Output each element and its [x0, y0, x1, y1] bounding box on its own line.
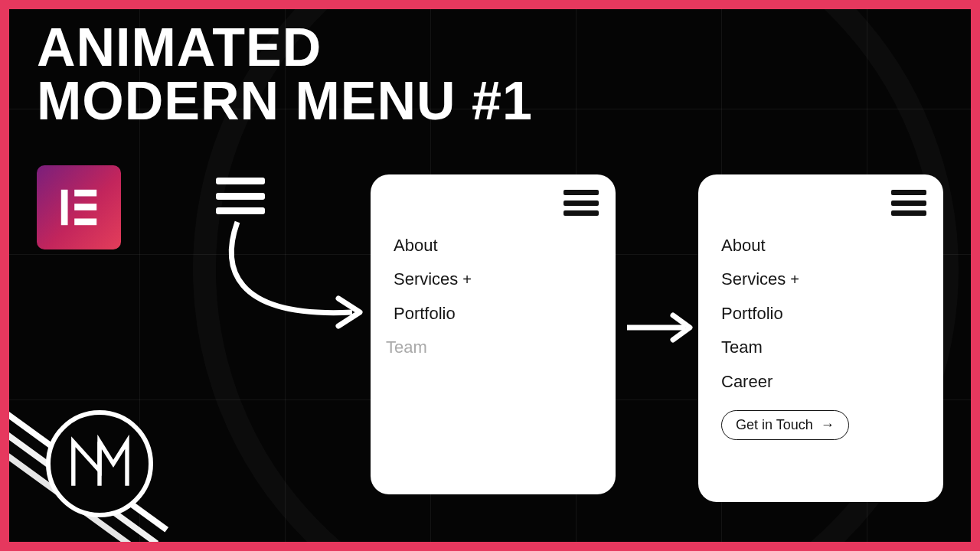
menu-card-full: About Services+ Portfolio Team Career Ge… — [698, 174, 943, 502]
get-in-touch-button[interactable]: Get in Touch → — [721, 410, 849, 440]
title-line-1: ANIMATED — [37, 21, 533, 74]
title: ANIMATED MODERN MENU #1 — [37, 21, 533, 128]
hamburger-icon[interactable] — [891, 190, 926, 216]
menu-item-services[interactable]: Services+ — [721, 269, 926, 289]
menu-list: About Services+ Portfolio Team — [394, 236, 599, 358]
menu-item-services[interactable]: Services+ — [394, 269, 599, 289]
menu-item-label: Services — [721, 269, 786, 289]
menu-card-partial: About Services+ Portfolio Team — [371, 174, 616, 494]
thumbnail-frame: ANIMATED MODERN MENU #1 About Services+ — [9, 9, 971, 542]
menu-item-portfolio[interactable]: Portfolio — [394, 304, 599, 324]
menu-item-label: Services — [394, 269, 458, 289]
plus-icon: + — [790, 271, 799, 288]
hamburger-icon[interactable] — [216, 178, 265, 214]
svg-rect-2 — [74, 204, 96, 210]
title-line-2: MODERN MENU #1 — [37, 74, 533, 128]
plus-icon: + — [462, 271, 472, 288]
menu-item-team[interactable]: Team — [721, 337, 926, 357]
svg-rect-0 — [61, 190, 68, 225]
menu-item-portfolio[interactable]: Portfolio — [721, 304, 926, 324]
arrow-right-icon: → — [821, 417, 835, 433]
menu-item-about[interactable]: About — [394, 236, 599, 256]
menu-item-team-faded[interactable]: Team — [386, 337, 599, 357]
nm-logo-icon — [46, 410, 153, 517]
elementor-logo-icon — [37, 165, 121, 249]
menu-list: About Services+ Portfolio Team Career Ge… — [721, 236, 926, 440]
menu-item-career[interactable]: Career — [721, 372, 926, 392]
hamburger-icon[interactable] — [564, 190, 599, 216]
svg-rect-3 — [74, 219, 96, 226]
menu-item-about[interactable]: About — [721, 236, 926, 256]
svg-rect-1 — [74, 190, 96, 197]
cta-label: Get in Touch — [736, 417, 813, 433]
